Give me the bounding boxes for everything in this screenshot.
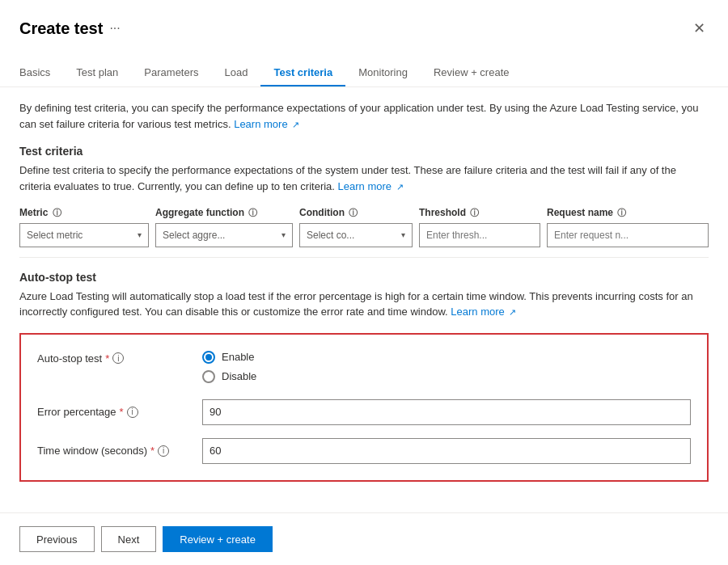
time-window-required-star: * [150, 445, 154, 457]
section-divider [19, 257, 709, 258]
next-button[interactable]: Next [101, 526, 157, 552]
aggregate-chevron-icon: ▾ [281, 230, 286, 239]
autostop-title: Auto-stop test [19, 271, 709, 284]
metric-chevron-icon: ▾ [138, 230, 142, 239]
dialog-header: Create test ··· ✕ [0, 0, 728, 40]
condition-info-icon: ⓘ [349, 208, 358, 217]
create-test-dialog: Create test ··· ✕ Basics Test plan Param… [0, 0, 728, 565]
autostop-learn-more-link[interactable]: Learn more ↗ [451, 306, 516, 318]
col-aggregate: Aggregate function ⓘ [155, 207, 293, 220]
criteria-table-header: Metric ⓘ Aggregate function ⓘ Condition … [19, 207, 709, 220]
time-window-input[interactable] [202, 438, 691, 464]
threshold-info-icon: ⓘ [470, 208, 479, 217]
dialog-title: Create test [19, 19, 103, 38]
main-content: By defining test criteria, you can speci… [0, 87, 728, 512]
external-link-icon: ↗ [292, 120, 299, 129]
autostop-field-label: Auto-stop test * i [37, 351, 183, 365]
intro-learn-more-link[interactable]: Learn more ↗ [234, 118, 299, 130]
tab-basics[interactable]: Basics [19, 60, 63, 86]
autostop-desc: Azure Load Testing will automatically st… [19, 289, 709, 320]
tab-test-criteria[interactable]: Test criteria [260, 60, 345, 86]
disable-radio-label: Disable [222, 370, 256, 382]
error-percentage-input[interactable] [202, 399, 691, 425]
col-threshold: Threshold ⓘ [419, 207, 540, 220]
test-criteria-title: Test criteria [19, 145, 709, 158]
test-criteria-desc: Define test criteria to specify the perf… [19, 162, 709, 194]
error-percentage-label: Error percentage * i [37, 406, 183, 418]
autostop-settings-box: Auto-stop test * i Enable Disable [19, 333, 709, 482]
autostop-info-icon: i [112, 352, 124, 364]
review-create-button[interactable]: Review + create [163, 526, 273, 552]
tab-load[interactable]: Load [212, 60, 261, 86]
condition-select[interactable]: Select co... ▾ [299, 223, 413, 247]
condition-chevron-icon: ▾ [401, 230, 405, 239]
close-button[interactable]: ✕ [690, 16, 709, 40]
aggregate-info-icon: ⓘ [248, 208, 257, 217]
error-percentage-info-icon: i [127, 407, 138, 418]
previous-button[interactable]: Previous [19, 526, 95, 552]
time-window-info-icon: i [158, 445, 169, 457]
col-metric: Metric ⓘ [19, 207, 149, 220]
time-window-row: Time window (seconds) * i [37, 438, 691, 464]
metric-info-icon: ⓘ [53, 208, 61, 217]
autostop-external-link-icon: ↗ [509, 307, 516, 317]
enable-radio-item[interactable]: Enable [202, 351, 256, 364]
test-criteria-learn-more-link[interactable]: Learn more ↗ [338, 180, 404, 192]
error-percentage-row: Error percentage * i [37, 399, 691, 425]
request-name-info-icon: ⓘ [617, 208, 626, 217]
criteria-row: Select metric ▾ Select aggre... ▾ Select… [19, 223, 709, 247]
dialog-footer: Previous Next Review + create [0, 512, 728, 565]
tc-external-link-icon: ↗ [396, 182, 404, 192]
tab-review-create[interactable]: Review + create [421, 60, 523, 86]
time-window-label: Time window (seconds) * i [37, 445, 183, 457]
col-request-name: Request name ⓘ [547, 207, 709, 220]
tab-monitoring[interactable]: Monitoring [345, 60, 421, 86]
disable-radio-item[interactable]: Disable [202, 370, 256, 383]
enable-radio-label: Enable [222, 351, 254, 363]
error-required-star: * [120, 406, 124, 418]
request-name-input[interactable] [547, 223, 709, 247]
threshold-input[interactable] [419, 223, 540, 247]
metric-select[interactable]: Select metric ▾ [19, 223, 149, 247]
autostop-enable-row: Auto-stop test * i Enable Disable [37, 351, 691, 383]
aggregate-select[interactable]: Select aggre... ▾ [155, 223, 293, 247]
enable-radio-button[interactable] [202, 351, 215, 364]
autostop-required-star: * [105, 352, 109, 365]
title-row: Create test ··· [19, 19, 121, 38]
dialog-ellipsis-menu[interactable]: ··· [109, 21, 120, 36]
disable-radio-button[interactable] [202, 370, 215, 383]
tab-test-plan[interactable]: Test plan [63, 60, 131, 86]
intro-paragraph: By defining test criteria, you can speci… [19, 100, 709, 132]
autostop-radio-group: Enable Disable [202, 351, 256, 383]
col-condition: Condition ⓘ [299, 207, 413, 220]
tab-bar: Basics Test plan Parameters Load Test cr… [0, 47, 728, 87]
tab-parameters[interactable]: Parameters [131, 60, 211, 86]
